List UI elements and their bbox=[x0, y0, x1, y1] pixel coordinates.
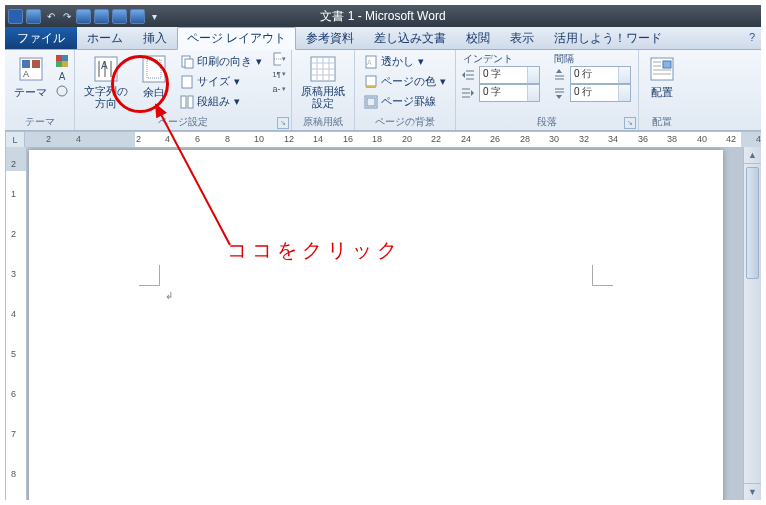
spacing-before-input[interactable]: 0 行 bbox=[570, 66, 631, 84]
page-color-button[interactable]: ページの色▾ bbox=[360, 72, 450, 91]
ruler-h-num: 42 bbox=[726, 134, 736, 144]
text-direction-label: 文字列の 方向 bbox=[84, 85, 128, 109]
qat-redo-icon[interactable]: ↷ bbox=[60, 10, 73, 23]
svg-rect-6 bbox=[56, 61, 62, 67]
svg-rect-19 bbox=[181, 96, 186, 108]
qat-undo-icon[interactable]: ↶ bbox=[44, 10, 57, 23]
svg-rect-32 bbox=[366, 76, 376, 86]
scroll-thumb[interactable] bbox=[746, 167, 759, 279]
tab-review[interactable]: 校閲 bbox=[456, 28, 500, 49]
theme-button[interactable]: A テーマ bbox=[10, 52, 51, 103]
tab-view[interactable]: 表示 bbox=[500, 28, 544, 49]
indent-heading: インデント bbox=[461, 52, 542, 66]
margins-label: 余白 bbox=[143, 85, 165, 100]
ribbon-tabs: ファイル ホーム 挿入 ページ レイアウト 参考資料 差し込み文書 校閲 表示 … bbox=[5, 27, 761, 50]
ruler-h-num: 4 bbox=[165, 134, 170, 144]
theme-fonts-icon[interactable]: A bbox=[55, 69, 69, 83]
page-color-label: ページの色 bbox=[381, 74, 436, 89]
orientation-button[interactable]: 印刷の向き▾ bbox=[176, 52, 266, 71]
indent-right-icon bbox=[461, 86, 475, 100]
page-setup-launcher[interactable]: ↘ bbox=[277, 117, 289, 129]
position-icon bbox=[648, 55, 676, 83]
spacing-before-icon bbox=[552, 68, 566, 82]
qat-button-3[interactable] bbox=[112, 9, 127, 24]
qat-dropdown-icon[interactable]: ▾ bbox=[148, 10, 161, 23]
spacing-heading: 間隔 bbox=[552, 52, 633, 66]
hyphenation-icon[interactable]: a‑▾ bbox=[272, 82, 286, 96]
vertical-scrollbar[interactable]: ▲ ▼ bbox=[743, 147, 761, 500]
group-page-background-label: ページの背景 bbox=[375, 115, 435, 130]
columns-button[interactable]: 段組み▾ bbox=[176, 92, 266, 111]
group-page-setup-label: ページ設定 bbox=[158, 115, 208, 130]
title-bar: ↶ ↷ ▾ 文書 1 - Microsoft Word bbox=[5, 5, 761, 27]
columns-label: 段組み bbox=[197, 94, 230, 109]
genkouyoshi-label: 原稿用紙 設定 bbox=[301, 85, 345, 109]
group-theme-label: テーマ bbox=[25, 115, 55, 130]
svg-rect-20 bbox=[188, 96, 193, 108]
indent-right-input[interactable]: 0 字 bbox=[479, 84, 540, 102]
svg-point-8 bbox=[57, 86, 67, 96]
group-page-setup: A 文字列の 方向 余白 印刷の向き▾ サイズ▾ bbox=[75, 50, 292, 130]
svg-rect-7 bbox=[62, 61, 68, 67]
text-direction-button[interactable]: A 文字列の 方向 bbox=[80, 52, 132, 112]
svg-rect-5 bbox=[62, 55, 68, 61]
tab-file[interactable]: ファイル bbox=[5, 27, 77, 49]
scroll-up-icon[interactable]: ▲ bbox=[744, 147, 761, 164]
ruler-h-num: 10 bbox=[254, 134, 264, 144]
page-border-button[interactable]: ページ罫線 bbox=[360, 92, 450, 111]
svg-marker-49 bbox=[556, 95, 562, 99]
qat-button-4[interactable] bbox=[130, 9, 145, 24]
size-button[interactable]: サイズ▾ bbox=[176, 72, 266, 91]
ruler-h-num: 30 bbox=[549, 134, 559, 144]
qat-button-1[interactable] bbox=[76, 9, 91, 24]
tab-extra[interactable]: 活用しよう！ワード bbox=[544, 28, 672, 49]
ruler-h-num: 2 bbox=[136, 134, 141, 144]
vertical-ruler[interactable]: 212345678 bbox=[5, 147, 27, 500]
tab-mailings[interactable]: 差し込み文書 bbox=[364, 28, 456, 49]
document-area: 212345678 ↲ ▲ ▼ bbox=[5, 147, 761, 500]
svg-rect-51 bbox=[663, 61, 671, 68]
tab-page-layout[interactable]: ページ レイアウト bbox=[177, 27, 296, 50]
indent-left-input[interactable]: 0 字 bbox=[479, 66, 540, 84]
group-arrange: 配置 配置 bbox=[639, 50, 685, 130]
breaks-icon[interactable]: ▾ bbox=[272, 52, 286, 66]
margins-button[interactable]: 余白 bbox=[136, 52, 172, 103]
theme-effects-icon[interactable] bbox=[55, 84, 69, 98]
scroll-down-icon[interactable]: ▼ bbox=[744, 483, 761, 500]
svg-marker-46 bbox=[556, 69, 562, 73]
ruler-h-num: 40 bbox=[697, 134, 707, 144]
qat-button-2[interactable] bbox=[94, 9, 109, 24]
tab-references[interactable]: 参考資料 bbox=[296, 28, 364, 49]
paragraph-launcher[interactable]: ↘ bbox=[624, 117, 636, 129]
text-cursor: ↲ bbox=[165, 290, 173, 301]
watermark-label: 透かし bbox=[381, 54, 414, 69]
tab-home[interactable]: ホーム bbox=[77, 28, 133, 49]
ruler-h-num: 2 bbox=[46, 134, 51, 144]
ruler-h-num: 44 bbox=[756, 134, 766, 144]
svg-rect-17 bbox=[185, 59, 193, 68]
ruler-v-num: 1 bbox=[11, 189, 16, 199]
svg-text:A: A bbox=[367, 59, 372, 66]
position-button[interactable]: 配置 bbox=[644, 52, 680, 103]
qat-save-icon[interactable] bbox=[26, 9, 41, 24]
page-border-icon bbox=[364, 95, 378, 109]
spacing-after-input[interactable]: 0 行 bbox=[570, 84, 631, 102]
ruler-v-num: 5 bbox=[11, 349, 16, 359]
ruler-h-num: 26 bbox=[490, 134, 500, 144]
size-icon bbox=[180, 75, 194, 89]
spacing-after-icon bbox=[552, 86, 566, 100]
group-paragraph: インデント 0 字 0 字 間隔 0 行 bbox=[456, 50, 639, 130]
size-label: サイズ bbox=[197, 74, 230, 89]
ruler-v-num: 7 bbox=[11, 429, 16, 439]
ruler-h-num: 18 bbox=[372, 134, 382, 144]
line-numbers-icon[interactable]: 1¶▾ bbox=[272, 67, 286, 81]
tab-insert[interactable]: 挿入 bbox=[133, 28, 177, 49]
watermark-button[interactable]: A 透かし▾ bbox=[360, 52, 450, 71]
svg-rect-35 bbox=[367, 98, 375, 106]
document-page[interactable]: ↲ bbox=[29, 150, 723, 500]
svg-marker-43 bbox=[471, 90, 474, 96]
genkouyoshi-button[interactable]: 原稿用紙 設定 bbox=[297, 52, 349, 112]
ruler-h-num: 24 bbox=[461, 134, 471, 144]
theme-colors-icon[interactable] bbox=[55, 54, 69, 68]
help-icon[interactable]: ? bbox=[749, 31, 755, 43]
